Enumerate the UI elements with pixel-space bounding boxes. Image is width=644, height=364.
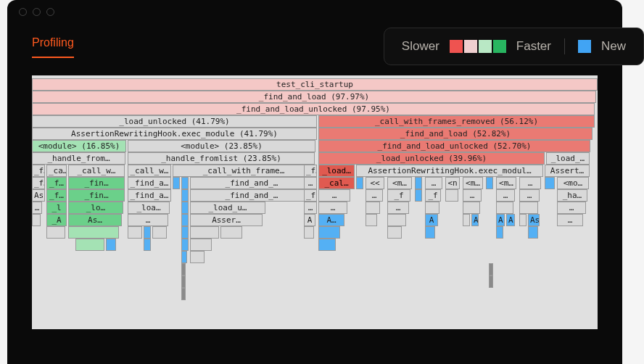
flame-frame[interactable]: AssertionRewritingHook.exec_module (41.7…	[32, 128, 317, 140]
flame-frame[interactable]	[496, 202, 513, 214]
flame-frame[interactable]: …	[318, 202, 347, 214]
flame-frame[interactable]: …	[128, 214, 168, 226]
flame-frame[interactable]: A…	[318, 214, 344, 226]
flame-frame[interactable]	[496, 226, 503, 239]
flame-frame[interactable]: _handle_fromlist (23.85%)	[128, 152, 315, 165]
flame-frame[interactable]: Asser…	[190, 214, 263, 226]
flame-frame[interactable]: _load…	[318, 165, 355, 177]
flame-frame[interactable]: _loa…	[128, 202, 170, 214]
flame-frame[interactable]: As	[528, 214, 540, 226]
flame-frame[interactable]	[181, 263, 186, 276]
flame-frame[interactable]: A	[304, 214, 315, 226]
flame-frame[interactable]	[181, 239, 189, 251]
flame-frame[interactable]	[46, 226, 65, 239]
flame-frame[interactable]	[366, 202, 380, 214]
flame-frame[interactable]	[486, 177, 493, 189]
flame-frame[interactable]: _find_and_…	[190, 189, 313, 202]
flame-frame[interactable]: _find_and_load (97.97%)	[32, 91, 596, 103]
flame-frame[interactable]: …	[519, 177, 541, 189]
flame-frame[interactable]: _l	[46, 202, 67, 214]
flame-frame[interactable]: _f	[304, 189, 317, 202]
flame-frame[interactable]	[318, 239, 336, 251]
flame-frame[interactable]	[415, 177, 422, 189]
flame-frame[interactable]: _f	[425, 189, 441, 202]
flame-frame[interactable]	[304, 226, 314, 239]
flame-frame[interactable]: …	[318, 189, 350, 202]
flame-frame[interactable]	[181, 226, 189, 239]
flame-frame[interactable]	[318, 226, 340, 239]
flame-frame[interactable]: As…	[68, 214, 122, 226]
flame-frame[interactable]: A	[496, 214, 505, 226]
flame-frame[interactable]: <<	[366, 177, 384, 189]
flame-frame[interactable]: _f…	[32, 177, 45, 189]
flame-frame[interactable]	[181, 288, 186, 300]
flame-frame[interactable]: …	[557, 214, 583, 226]
flame-frame[interactable]	[68, 226, 119, 239]
flame-frame[interactable]: _find_a…	[128, 177, 171, 189]
flame-frame[interactable]	[144, 226, 151, 239]
flame-frame[interactable]: <m…	[387, 177, 412, 189]
flame-frame[interactable]: _call_w…	[68, 165, 125, 177]
flame-frame[interactable]	[425, 226, 435, 239]
flame-frame[interactable]	[75, 239, 104, 251]
flame-frame[interactable]: _find_and_…	[190, 177, 313, 189]
flame-frame[interactable]	[519, 202, 538, 214]
flame-frame[interactable]: <m…	[496, 177, 516, 189]
flame-frame[interactable]: _find_a…	[128, 189, 171, 202]
flame-frame[interactable]: _call_with_frame…	[173, 165, 315, 177]
flame-frame[interactable]: _f…	[46, 177, 67, 189]
flame-frame[interactable]: …	[366, 189, 383, 202]
flame-frame[interactable]	[144, 239, 151, 251]
flame-frame[interactable]: _f…	[304, 165, 317, 177]
flame-frame[interactable]: …	[557, 202, 586, 214]
tab-profiling[interactable]: Profiling	[32, 36, 74, 58]
flame-frame[interactable]	[366, 214, 377, 226]
flame-frame[interactable]	[463, 202, 480, 214]
flame-frame[interactable]	[128, 226, 142, 239]
flame-frame[interactable]: Assert…	[545, 165, 590, 177]
flame-frame[interactable]: _f…	[46, 189, 67, 202]
flame-frame[interactable]	[190, 251, 205, 263]
flame-frame[interactable]	[152, 226, 167, 239]
flame-frame[interactable]	[190, 226, 219, 239]
flame-frame[interactable]: _handle_from…	[32, 152, 125, 165]
flame-frame[interactable]: …	[387, 202, 409, 214]
flame-frame[interactable]: <n	[445, 177, 460, 189]
flame-frame[interactable]: test_cli_startup	[32, 78, 598, 91]
flame-frame[interactable]: _find_and_load (52.82%)	[318, 128, 593, 140]
flame-frame[interactable]	[387, 214, 406, 226]
flame-frame[interactable]: _load_…	[546, 152, 590, 165]
flame-frame[interactable]	[181, 177, 189, 189]
flame-frame[interactable]: A	[506, 214, 515, 226]
flame-frame[interactable]: …	[519, 189, 540, 202]
flame-frame[interactable]: <m…	[463, 177, 483, 189]
flame-frame[interactable]	[106, 239, 116, 251]
flame-frame[interactable]	[519, 214, 527, 226]
flame-frame[interactable]	[463, 214, 470, 226]
flame-frame[interactable]: _load_unlocked (39.96%)	[318, 152, 545, 165]
flame-frame[interactable]: …	[304, 177, 317, 189]
flame-frame[interactable]: _ca…	[46, 165, 67, 177]
flamegraph[interactable]: test_cli_startup_find_and_load (97.97%)_…	[32, 75, 598, 329]
flame-frame[interactable]: As	[32, 189, 45, 202]
traffic-light-close[interactable]	[19, 8, 27, 16]
flame-frame[interactable]	[173, 177, 180, 189]
flame-frame[interactable]	[181, 214, 189, 226]
flame-frame[interactable]: <module> (16.85%)	[32, 140, 126, 152]
flame-frame[interactable]: _fin…	[68, 177, 125, 189]
flame-frame[interactable]	[356, 177, 363, 189]
flame-frame[interactable]: _lo…	[68, 202, 123, 214]
flame-frame[interactable]: A	[471, 214, 479, 226]
flame-frame[interactable]: _cal…	[318, 177, 355, 189]
flame-frame[interactable]	[489, 263, 493, 276]
flame-frame[interactable]	[32, 214, 41, 226]
flame-frame[interactable]: …	[304, 202, 317, 214]
traffic-light-min[interactable]	[33, 8, 41, 16]
flame-frame[interactable]	[220, 226, 242, 239]
flame-frame[interactable]: <mo…	[557, 177, 589, 189]
flame-frame[interactable]: _fin…	[68, 189, 125, 202]
flame-frame[interactable]	[181, 202, 189, 214]
flame-frame[interactable]: …	[463, 189, 482, 202]
flame-frame[interactable]: <module> (23.85%)	[128, 140, 315, 152]
flame-frame[interactable]: _f…	[32, 165, 45, 177]
